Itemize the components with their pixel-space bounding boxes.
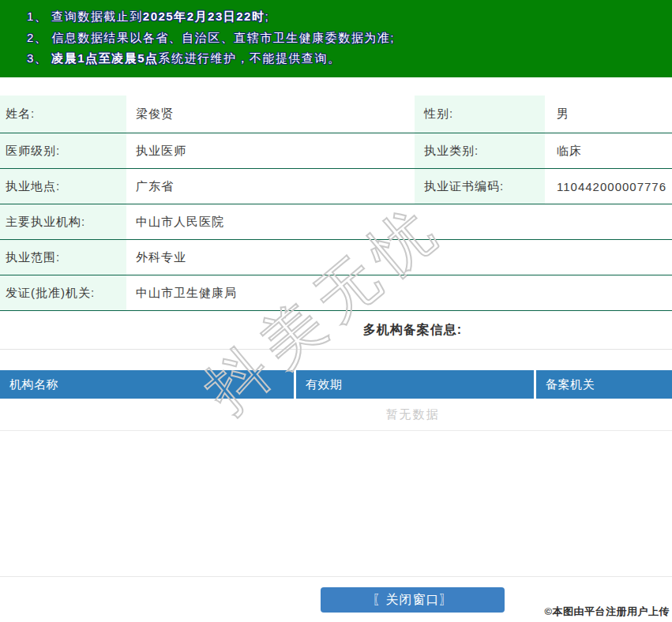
- column-header-validity-period: 有效期: [296, 370, 534, 399]
- field-label-practice-scope: 执业范围:: [0, 240, 126, 275]
- field-label-practice-category: 执业类别:: [415, 133, 545, 168]
- notice-banner: 1、查询数据截止到2025年2月23日22时; 2、信息数据结果以各省、自治区、…: [0, 0, 672, 77]
- field-value-issuing-authority: 中山市卫生健康局: [126, 275, 672, 310]
- field-label-practice-place: 执业地点:: [0, 169, 126, 204]
- field-value-certificate-number: 110442000007776: [545, 169, 672, 204]
- spacer: [0, 77, 672, 96]
- notice-text: 查询数据截止到: [51, 9, 143, 23]
- no-data-text: 暂无数据: [386, 407, 440, 422]
- field-label-doctor-level: 医师级别:: [0, 133, 126, 168]
- column-header-institution-name: 机构名称: [0, 370, 294, 399]
- notice-text-bold: 凌晨1点至凌晨5点: [51, 51, 158, 65]
- field-label-issuing-authority: 发证(批准)机关:: [0, 275, 126, 310]
- notice-line-2: 2、信息数据结果以各省、自治区、直辖市卫生健康委数据为准;: [27, 28, 672, 49]
- field-value-name: 梁俊贤: [126, 96, 415, 133]
- field-label-gender: 性别:: [415, 96, 545, 133]
- table-row-issuing-authority: 发证(批准)机关: 中山市卫生健康局: [0, 275, 672, 311]
- field-value-practice-scope: 外科专业: [126, 240, 672, 275]
- table-row-practice-scope: 执业范围: 外科专业: [0, 240, 672, 275]
- filing-section-title: 多机构备案信息:: [363, 322, 462, 339]
- notice-text-tail: 系统进行维护，不能提供查询。: [159, 51, 341, 65]
- field-value-practice-place: 广东省: [126, 169, 415, 204]
- field-label-certificate-number: 执业证书编码:: [415, 169, 545, 204]
- spacer: [0, 431, 672, 577]
- field-label-main-institution: 主要执业机构:: [0, 204, 126, 239]
- column-header-filing-authority: 备案机关: [536, 370, 672, 399]
- field-label-name: 姓名:: [0, 96, 126, 133]
- table-row-name-gender: 姓名: 梁俊贤 性别: 男: [0, 96, 672, 133]
- spacer: [0, 350, 672, 370]
- table-row-place-certno: 执业地点: 广东省 执业证书编码: 110442000007776: [0, 169, 672, 204]
- doctor-info-table: 姓名: 梁俊贤 性别: 男 医师级别: 执业医师 执业类别: 临床 执业地点: …: [0, 96, 672, 311]
- copyright-watermark: ©本图由平台注册用户上传: [544, 605, 670, 619]
- field-value-gender: 男: [545, 96, 672, 133]
- notice-text: 信息数据结果以各省、自治区、直辖市卫生健康委数据为准;: [51, 31, 395, 44]
- filing-section-title-row: 多机构备案信息:: [0, 311, 672, 350]
- notice-line-1: 1、查询数据截止到2025年2月23日22时;: [27, 6, 672, 28]
- field-value-doctor-level: 执业医师: [126, 133, 415, 168]
- table-row-level-category: 医师级别: 执业医师 执业类别: 临床: [0, 133, 672, 169]
- notice-number: 1、: [27, 9, 47, 23]
- table-row-main-institution: 主要执业机构: 中山市人民医院: [0, 204, 672, 240]
- filing-table-header: 机构名称 有效期 备案机关: [0, 370, 672, 399]
- notice-text-tail: ;: [265, 9, 269, 23]
- notice-number: 2、: [27, 31, 47, 44]
- notice-line-3: 3、凌晨1点至凌晨5点系统进行维护，不能提供查询。: [27, 48, 672, 69]
- notice-text-bold: 2025年2月23日22时: [143, 9, 265, 23]
- field-value-practice-category: 临床: [545, 133, 672, 168]
- close-window-button[interactable]: 〖关闭窗口〗: [321, 587, 505, 613]
- field-value-main-institution: 中山市人民医院: [126, 204, 672, 239]
- filing-empty-row: 暂无数据: [0, 399, 672, 431]
- notice-number: 3、: [27, 51, 47, 65]
- page-container: 1、查询数据截止到2025年2月23日22时; 2、信息数据结果以各省、自治区、…: [0, 0, 672, 613]
